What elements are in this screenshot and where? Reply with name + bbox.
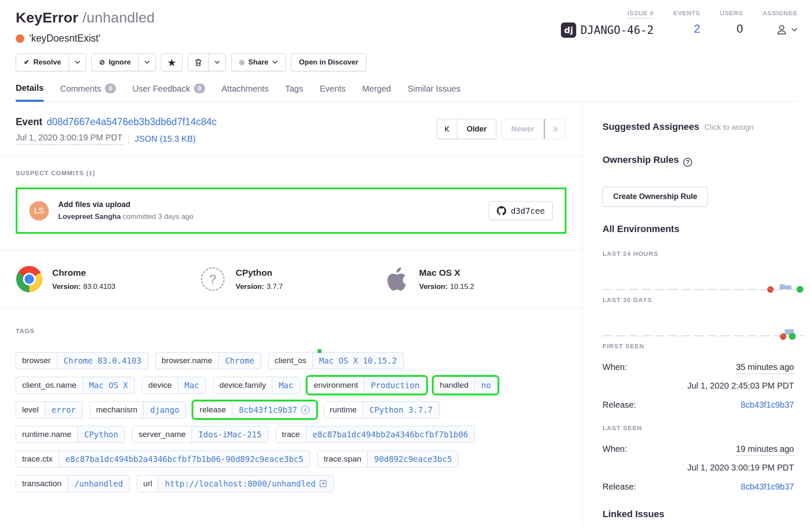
last-24-hours-sparkline [603, 257, 804, 296]
create-ownership-rule-button[interactable]: Create Ownership Rule [603, 187, 708, 207]
bookmark-star-button[interactable]: ★ [161, 53, 183, 71]
tag-value-link[interactable]: CPython 3.7.7 [369, 405, 433, 414]
tag-value-link[interactable]: Idos-iMac-215 [198, 430, 262, 439]
tag-value-link[interactable]: 8cb43f1c9b37 [239, 405, 297, 414]
resolve-dropdown-button[interactable] [69, 53, 86, 71]
users-count[interactable]: 0 [737, 22, 743, 36]
first-seen-relative[interactable]: 35 minutes ago [736, 362, 794, 374]
chrome-icon [16, 266, 42, 292]
tab-comments[interactable]: Comments0 [60, 83, 116, 101]
check-icon: ✔ [24, 59, 29, 66]
tab-merged[interactable]: Merged [362, 83, 391, 101]
release-marker-dot [780, 333, 786, 340]
tab-events[interactable]: Events [320, 83, 346, 101]
person-icon [775, 23, 788, 36]
delete-dropdown-button[interactable] [209, 53, 226, 71]
github-icon [497, 206, 506, 216]
tab-tags[interactable]: Tags [285, 83, 303, 101]
events-count[interactable]: 2 [694, 22, 700, 36]
tag-release: release8cb43f1c9b37i [193, 401, 316, 418]
assignee-dropdown[interactable] [775, 23, 797, 36]
tags-section: TAGS browserChrome 83.0.4103 browser.nam… [0, 308, 582, 492]
when-label: When: [603, 444, 627, 454]
click-to-assign-hint[interactable]: Click to assign [704, 123, 754, 132]
tag-value-link[interactable]: Mac OS X [89, 381, 128, 390]
release-label: Release: [603, 482, 636, 492]
release-marker-dot [767, 286, 774, 293]
tag-runtime: runtimeCPython 3.7.7 [324, 401, 439, 418]
tag-value-link[interactable]: 90d892c9eace3bc5 [374, 454, 452, 464]
ignore-button[interactable]: ⊘ Ignore [91, 53, 139, 71]
oldest-event-button[interactable] [437, 119, 457, 139]
last-seen-relative[interactable]: 19 minutes ago [736, 444, 794, 456]
event-id-link[interactable]: d08d7667e4a5476eb3b3db6d7f14c84c [47, 116, 217, 127]
tag-value-link[interactable]: e8c87ba1dc494bb2a4346bcfbf7b1b06 [313, 430, 468, 439]
tag-value-link[interactable]: http://localhost:8000/unhandled [165, 479, 315, 488]
tag-url: urlhttp://localhost:8000/unhandled [137, 475, 334, 492]
first-seen-release-link[interactable]: 8cb43f1c9b37 [741, 400, 794, 410]
commit-sha-button[interactable]: d3d7cee [489, 201, 553, 220]
last-24-hours-label: LAST 24 HOURS [603, 250, 794, 257]
action-toolbar: ✔ Resolve ⊘ Ignore ★ [16, 53, 799, 71]
tag-value-link[interactable]: CPython [84, 430, 118, 439]
tab-details[interactable]: Details [16, 83, 44, 102]
tag-client-os-name: client_os.nameMac OS X [16, 377, 135, 394]
delete-button[interactable] [188, 53, 209, 71]
tab-user-feedback[interactable]: User Feedback0 [132, 83, 205, 101]
ignore-dropdown-button[interactable] [139, 53, 156, 71]
last-seen-release-link[interactable]: 8cb43f1c9b37 [741, 482, 794, 492]
tag-level: levelerror [16, 401, 82, 418]
tag-client-os: client_osMac OS X 10.15.2 [268, 352, 404, 369]
tag-value-link[interactable]: e8c87ba1dc494bb2a4346bcfbf7b1b06-90d892c… [65, 454, 304, 464]
tag-environment: environmentProduction [307, 377, 426, 394]
assignee-label: ASSIGNEE [763, 9, 797, 17]
share-button[interactable]: Share [231, 53, 286, 71]
tag-value-link[interactable]: Chrome 83.0.4103 [64, 356, 141, 365]
external-link-icon[interactable] [319, 480, 327, 487]
tab-similar-issues[interactable]: Similar Issues [408, 83, 460, 101]
avatar: LS [29, 201, 49, 221]
tag-value-link[interactable]: no [481, 381, 491, 390]
open-in-discover-button[interactable]: Open in Discover [291, 53, 366, 71]
tag-value-link[interactable]: Chrome [225, 356, 254, 365]
release-label: Release: [603, 400, 636, 410]
event-header: Eventd08d7667e4a5476eb3b3db6d7f14c84c Ju… [0, 102, 582, 157]
event-pagination: Older Newer [437, 119, 565, 139]
chevron-down-icon [791, 28, 797, 32]
tag-value-link[interactable]: Mac OS X 10.15.2 [319, 356, 397, 365]
context-browser: Chrome Version:83.0.4103 [16, 266, 199, 293]
tag-value-link[interactable]: django [150, 405, 179, 414]
suspect-commit-row[interactable]: LS Add files via upload Lovepreet Sangha… [16, 188, 566, 234]
tag-value-link[interactable]: Mac [279, 381, 293, 390]
last-seen-label: LAST SEEN [603, 424, 794, 431]
event-json-link[interactable]: JSON (15.3 KB) [135, 134, 195, 144]
unknown-runtime-icon: ? [201, 267, 225, 291]
stat-events: EVENTS 2 [673, 9, 700, 38]
help-question-icon[interactable]: ? [683, 158, 692, 167]
tag-value-link[interactable]: error [51, 405, 76, 414]
resolve-button[interactable]: ✔ Resolve [16, 53, 69, 71]
issue-tabs: Details Comments0 User Feedback0 Attachm… [16, 83, 799, 102]
star-icon: ★ [168, 58, 176, 67]
commit-title: Add files via upload [58, 200, 489, 209]
newer-event-button[interactable]: Newer [501, 119, 544, 139]
older-event-button[interactable]: Older [457, 119, 496, 139]
issue-number-value[interactable]: DJANGO-46-2 [580, 24, 653, 36]
context-name: CPython [236, 268, 283, 278]
tag-value-link[interactable]: Mac [184, 381, 199, 390]
divider [128, 134, 129, 144]
skip-to-last-button[interactable] [544, 119, 565, 139]
event-date[interactable]: Jul 1, 2020 3:00:19 PM PDT [16, 133, 122, 145]
tag-value-link[interactable]: /unhandled [74, 479, 123, 488]
last-30-days-sparkline [603, 303, 804, 342]
last-30-days-label: LAST 30 DAYS [603, 296, 794, 303]
tab-attachments[interactable]: Attachments [222, 83, 269, 101]
chevron-down-icon [75, 61, 80, 64]
green-marker-dot [318, 349, 321, 353]
when-label: When: [603, 362, 627, 372]
info-icon[interactable]: i [301, 406, 310, 414]
context-version: 10.15.2 [450, 283, 474, 291]
all-environments-heading: All Environments [603, 224, 794, 235]
tag-value-link[interactable]: Production [371, 381, 419, 390]
sparkline-bar [783, 286, 791, 289]
